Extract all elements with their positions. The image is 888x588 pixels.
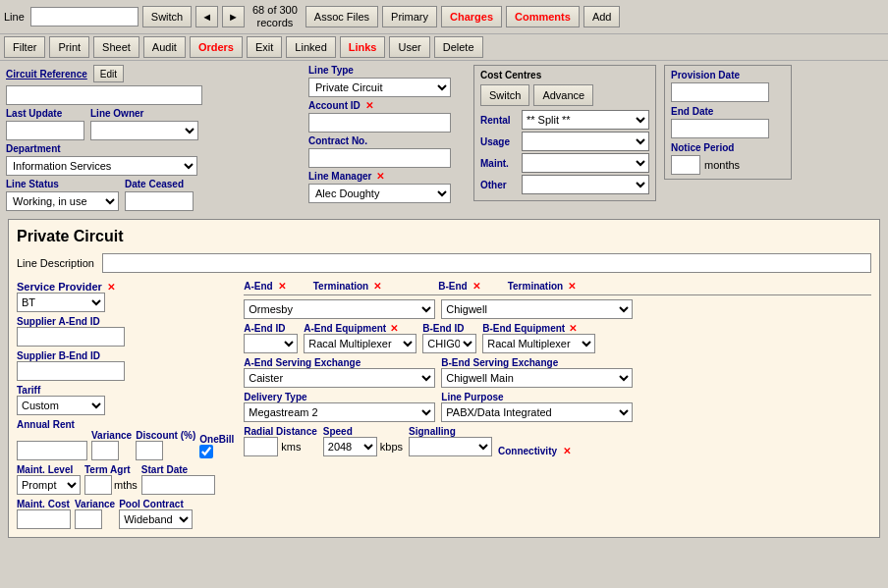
- contract-no-input[interactable]: [308, 148, 451, 168]
- speed-label: Speed: [323, 426, 403, 437]
- pc-body: Service Provider ✕ BT Supplier A-End ID …: [17, 281, 871, 529]
- line-type-select[interactable]: Private Circuit: [308, 78, 451, 97]
- line-label: Line: [4, 11, 25, 23]
- a-end-clear[interactable]: ✕: [276, 281, 288, 292]
- line-owner-select[interactable]: [90, 121, 198, 140]
- circuit-ref-label: Circuit Reference: [6, 69, 87, 80]
- usage-select[interactable]: [522, 132, 649, 151]
- user-button[interactable]: User: [389, 36, 429, 58]
- b-end-header-label: B-End: [438, 281, 467, 292]
- line-input[interactable]: [30, 7, 139, 27]
- variance-input[interactable]: 10: [91, 441, 119, 460]
- cost-centres-box: Cost Centres Switch Advance Rental ** Sp…: [473, 65, 656, 201]
- account-id-clear[interactable]: ✕: [363, 100, 375, 111]
- line-purpose-select[interactable]: PABX/Data Integrated: [441, 402, 633, 422]
- pool-contract-select[interactable]: Wideband: [119, 509, 193, 529]
- a-end-equip-select[interactable]: Racal Multiplexer: [304, 334, 416, 353]
- edit-button[interactable]: Edit: [93, 65, 124, 82]
- switch-button[interactable]: Switch: [142, 6, 192, 27]
- cost-switch-button[interactable]: Switch: [480, 84, 529, 106]
- toolbar-second: Filter Print Sheet Audit Orders Exit Lin…: [0, 34, 888, 61]
- a-end-equip-clear[interactable]: ✕: [388, 323, 400, 334]
- delivery-type-select[interactable]: Megastream 2: [244, 402, 435, 422]
- account-id-input[interactable]: PCB16072Y: [308, 113, 451, 133]
- supplier-a-end-input[interactable]: AP 286612: [17, 327, 125, 347]
- line-manager-select[interactable]: Alec Doughty: [308, 184, 451, 203]
- links-button[interactable]: Links: [340, 36, 386, 58]
- pool-contract-label: Pool Contract: [119, 499, 193, 509]
- kbps-label: kbps: [380, 441, 403, 453]
- radial-dist-input[interactable]: 190: [244, 437, 278, 456]
- term-agrt-input[interactable]: 60: [84, 475, 112, 495]
- signalling-label: Signalling: [409, 426, 492, 437]
- termination-a-clear[interactable]: ✕: [371, 281, 383, 292]
- b-end-equip-clear[interactable]: ✕: [567, 323, 579, 334]
- nav-prev-button[interactable]: ◄: [195, 6, 218, 27]
- end-date-input[interactable]: [671, 119, 769, 138]
- date-ceased-input[interactable]: [125, 191, 194, 211]
- annual-rent-input[interactable]: £28,975.00: [17, 441, 87, 460]
- provision-box: Provision Date 21-Mar-1997 End Date Noti…: [664, 65, 792, 180]
- charges-button[interactable]: Charges: [441, 6, 502, 27]
- pc-section: Private Circuit Line Description ORMESBY…: [8, 219, 880, 538]
- b-end-id-select[interactable]: CHIG01: [422, 334, 476, 353]
- delivery-type-label: Delivery Type: [244, 392, 435, 402]
- comments-button[interactable]: Comments: [506, 6, 580, 27]
- rental-select[interactable]: ** Split **: [522, 110, 649, 130]
- line-type-label: Line Type: [308, 65, 466, 76]
- signalling-select[interactable]: [409, 437, 492, 456]
- cost-advance-button[interactable]: Advance: [533, 84, 593, 106]
- onebill-checkbox[interactable]: [199, 445, 213, 458]
- maint-level-select[interactable]: Prompt: [17, 475, 81, 495]
- a-end-serving-label: A-End Serving Exchange: [244, 357, 435, 368]
- maint-select[interactable]: [522, 153, 649, 173]
- start-date-input[interactable]: 21-Mar-2006: [141, 475, 215, 495]
- connectivity-clear[interactable]: ✕: [561, 446, 573, 456]
- delete-button[interactable]: Delete: [434, 36, 483, 58]
- department-select[interactable]: Information Services: [6, 156, 197, 176]
- b-end-equip-select[interactable]: Racal Multiplexer: [482, 334, 595, 353]
- nav-next-button[interactable]: ►: [222, 6, 245, 27]
- variance2-input[interactable]: 10: [75, 509, 102, 529]
- speed-select[interactable]: 2048: [323, 437, 377, 456]
- circuit-ref-input[interactable]: [Megastream] - (MXET) 2384: [6, 85, 202, 105]
- provision-date-input[interactable]: 21-Mar-1997: [671, 82, 769, 102]
- service-provider-select[interactable]: BT: [17, 293, 105, 312]
- main-form: Circuit Reference Edit [Megastream] - (M…: [0, 61, 888, 546]
- department-label: Department: [6, 143, 301, 154]
- service-provider-clear[interactable]: ✕: [105, 282, 117, 293]
- b-end-clear[interactable]: ✕: [471, 281, 482, 292]
- audit-button[interactable]: Audit: [143, 36, 186, 58]
- notice-period-label: Notice Period: [671, 142, 785, 153]
- termination-a-label: Termination: [313, 281, 368, 292]
- line-desc-label: Line Description: [17, 257, 94, 269]
- maint-cost-input[interactable]: [17, 509, 71, 529]
- line-status-select[interactable]: Working, in use: [6, 191, 119, 211]
- a-end-serving-select[interactable]: Caister: [244, 368, 435, 388]
- b-end-id-label: B-End ID: [422, 323, 476, 334]
- filter-button[interactable]: Filter: [4, 36, 45, 58]
- line-manager-clear[interactable]: ✕: [374, 171, 386, 182]
- primary-button[interactable]: Primary: [382, 6, 437, 27]
- tariff-select[interactable]: Custom: [17, 396, 105, 415]
- a-end-id-select[interactable]: [244, 334, 298, 353]
- last-update-input[interactable]: 1-Feb-2015: [6, 121, 84, 140]
- b-end-serving-select[interactable]: Chigwell Main: [441, 368, 633, 388]
- print-button[interactable]: Print: [49, 36, 89, 58]
- exit-button[interactable]: Exit: [247, 36, 282, 58]
- assoc-files-button[interactable]: Assoc Files: [305, 6, 378, 27]
- b-end-select[interactable]: Chigwell: [441, 299, 633, 319]
- radial-dist-label: Radial Distance: [244, 426, 316, 437]
- add-button[interactable]: Add: [583, 6, 621, 27]
- linked-button[interactable]: Linked: [286, 36, 335, 58]
- supplier-b-end-input[interactable]: LE 39917: [17, 361, 125, 381]
- discount-input[interactable]: 30: [136, 441, 163, 460]
- a-end-select[interactable]: Ormesby: [244, 299, 435, 319]
- termination-b-clear[interactable]: ✕: [566, 281, 578, 292]
- orders-button[interactable]: Orders: [190, 36, 243, 58]
- line-desc-input[interactable]: ORMESBY - CHIGWELL MUTLIPLEXED MEGASTREA…: [102, 253, 871, 273]
- notice-period-input[interactable]: 0: [671, 155, 700, 175]
- other-select[interactable]: [522, 175, 649, 194]
- sheet-button[interactable]: Sheet: [93, 36, 139, 58]
- mths-label: mths: [114, 479, 138, 491]
